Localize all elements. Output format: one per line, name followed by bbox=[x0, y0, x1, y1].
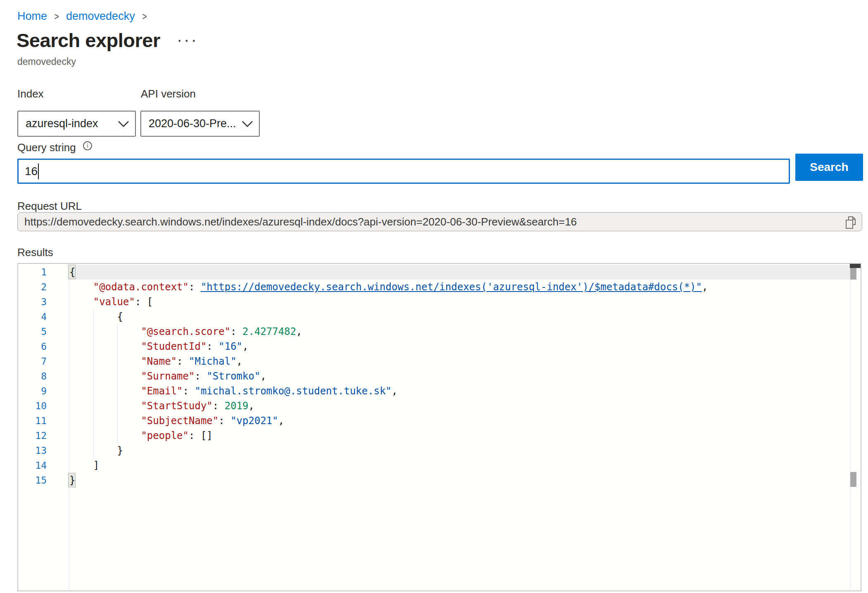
breadcrumb-home-link[interactable]: Home bbox=[17, 10, 47, 23]
code-line[interactable]: "value": [ bbox=[69, 294, 153, 309]
line-number: 4 bbox=[18, 309, 47, 324]
page-subtitle: demovedecky bbox=[17, 56, 76, 67]
api-version-dropdown-value: 2020-06-30-Pre... bbox=[149, 117, 236, 130]
code-line[interactable]: "people": [] bbox=[69, 428, 213, 443]
scrollbar-thumb[interactable] bbox=[850, 268, 856, 280]
line-number: 8 bbox=[18, 369, 47, 384]
query-string-input[interactable]: 16 bbox=[17, 159, 790, 184]
code-line[interactable]: } bbox=[69, 443, 123, 458]
scrollbar-top-shadow bbox=[850, 264, 861, 268]
line-number: 10 bbox=[18, 398, 47, 413]
page-title: Search explorer bbox=[17, 29, 160, 52]
overview-ruler-marker bbox=[850, 472, 856, 487]
line-number: 11 bbox=[18, 413, 47, 428]
breadcrumb-demovedecky-link[interactable]: demovedecky bbox=[66, 10, 135, 23]
line-number: 9 bbox=[18, 384, 47, 398]
search-explorer-page: Home > demovedecky > Search explorer ···… bbox=[0, 0, 868, 593]
api-version-dropdown[interactable]: 2020-06-30-Pre... bbox=[140, 111, 260, 137]
line-number: 14 bbox=[18, 458, 47, 473]
chevron-down-icon bbox=[118, 121, 129, 129]
chevron-down-icon bbox=[242, 121, 253, 129]
index-dropdown-value: azuresql-index bbox=[26, 117, 98, 130]
line-number: 15 bbox=[18, 473, 47, 488]
api-version-label: API version bbox=[141, 88, 196, 100]
line-number: 13 bbox=[18, 443, 47, 458]
request-url-value: https://demovedecky.search.windows.net/i… bbox=[24, 216, 577, 228]
index-dropdown[interactable]: azuresql-index bbox=[17, 111, 136, 137]
line-number: 6 bbox=[18, 339, 47, 354]
line-number: 7 bbox=[18, 354, 47, 369]
index-label: Index bbox=[17, 88, 44, 100]
chevron-right-icon: > bbox=[142, 11, 147, 22]
scrollbar-track bbox=[850, 264, 850, 591]
code-line[interactable]: "Surname": "Stromko", bbox=[69, 369, 266, 384]
request-url-label: Request URL bbox=[17, 200, 82, 213]
code-line[interactable]: ] bbox=[69, 458, 99, 473]
code-line[interactable]: "@search.score": 2.4277482, bbox=[69, 324, 302, 339]
breadcrumb: Home > demovedecky > bbox=[17, 10, 147, 23]
results-label: Results bbox=[17, 246, 53, 259]
info-icon[interactable]: i bbox=[83, 141, 92, 150]
code-line[interactable]: "StudentId": "16", bbox=[69, 339, 249, 354]
code-line[interactable]: "StartStudy": 2019, bbox=[69, 398, 254, 413]
code-line[interactable]: "SubjectName": "vp2021", bbox=[69, 413, 284, 428]
line-number: 12 bbox=[18, 428, 47, 443]
query-string-label: Query string bbox=[17, 141, 76, 154]
request-url-field[interactable]: https://demovedecky.search.windows.net/i… bbox=[17, 212, 862, 231]
more-options-ellipsis-icon[interactable]: ··· bbox=[177, 31, 198, 49]
code-line[interactable]: { bbox=[69, 265, 75, 280]
text-cursor bbox=[38, 164, 39, 179]
code-line[interactable]: { bbox=[69, 309, 123, 324]
copy-icon[interactable] bbox=[844, 216, 857, 231]
line-number: 3 bbox=[18, 294, 47, 309]
code-line[interactable]: "Email": "michal.stromko@.student.tuke.s… bbox=[69, 384, 398, 398]
chevron-right-icon: > bbox=[54, 11, 59, 22]
code-line[interactable]: } bbox=[69, 473, 75, 488]
query-string-value: 16 bbox=[25, 165, 38, 178]
line-number: 2 bbox=[18, 280, 47, 294]
current-line-highlight bbox=[69, 265, 850, 280]
search-button[interactable]: Search bbox=[795, 154, 863, 181]
code-line[interactable]: "@odata.context": "https://demovedecky.s… bbox=[69, 280, 708, 294]
line-number: 1 bbox=[18, 265, 47, 280]
results-json-editor[interactable]: 123456789101112131415 { "@odata.context"… bbox=[17, 263, 861, 591]
line-number: 5 bbox=[18, 324, 47, 339]
code-line[interactable]: "Name": "Michal", bbox=[69, 354, 242, 369]
